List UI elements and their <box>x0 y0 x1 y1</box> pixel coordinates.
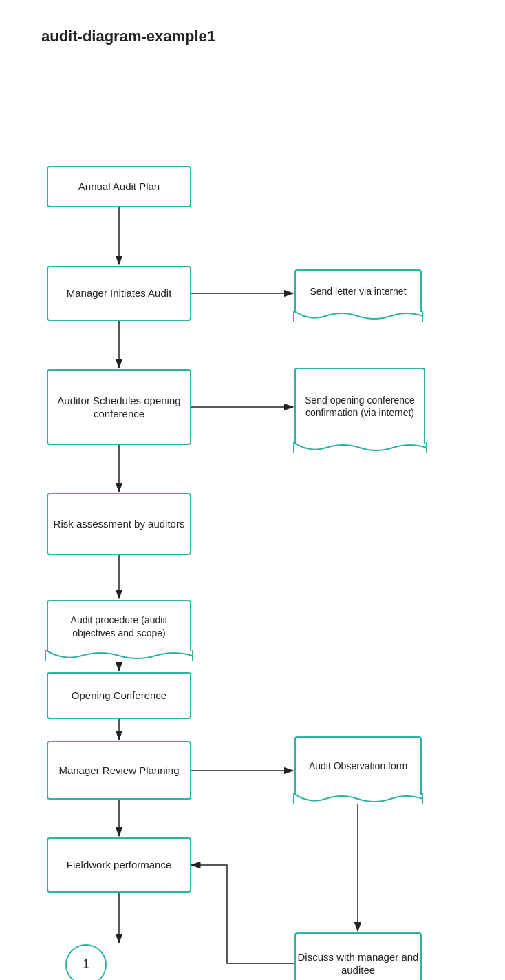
manager-initiates-label: Manager Initiates Audit <box>67 286 172 300</box>
audit-procedure-wavy <box>45 650 193 661</box>
auditor-schedules-node: Auditor Schedules opening conference <box>47 369 191 445</box>
risk-assessment-label: Risk assessment by auditors <box>54 517 185 531</box>
send-letter-node: Send letter via internet <box>294 269 422 312</box>
risk-assessment-node: Risk assessment by auditors <box>47 493 191 555</box>
fieldwork-label: Fieldwork performance <box>67 858 172 872</box>
page-title: audit-diagram-example1 <box>0 0 505 45</box>
audit-procedure-node: Audit procedure (audiit objectives and s… <box>47 600 191 651</box>
manager-initiates-node: Manager Initiates Audit <box>47 266 191 321</box>
audit-procedure-label: Audit procedure (audiit objectives and s… <box>48 614 190 638</box>
discuss-label: Discuss with manager and auditee <box>296 950 420 977</box>
audit-observation-node: Audit Observation form <box>294 736 422 795</box>
audit-observation-label: Audit Observation form <box>309 760 407 772</box>
diagram-container: Annual Audit Plan Manager Initiates Audi… <box>0 59 505 980</box>
circle-1-label: 1 <box>83 957 89 972</box>
send-opening-wavy <box>293 442 427 453</box>
circle-1-node: 1 <box>65 944 107 980</box>
opening-conference-node: Opening Conference <box>47 672 191 719</box>
annual-audit-plan-label: Annual Audit Plan <box>78 180 160 194</box>
manager-review-label: Manager Review Planning <box>58 764 179 778</box>
annual-audit-plan-node: Annual Audit Plan <box>47 166 191 207</box>
fieldwork-node: Fieldwork performance <box>47 837 191 893</box>
send-opening-node: Send opening conference confirmation (vi… <box>294 368 425 444</box>
manager-review-node: Manager Review Planning <box>47 741 191 800</box>
discuss-node: Discuss with manager and auditee <box>294 932 422 980</box>
auditor-schedules-label: Auditor Schedules opening conference <box>48 394 190 421</box>
send-letter-label: Send letter via internet <box>310 285 406 298</box>
send-letter-wavy <box>293 311 423 322</box>
opening-conference-label: Opening Conference <box>72 689 166 702</box>
send-opening-label: Send opening conference confirmation (vi… <box>296 394 424 419</box>
audit-observation-wavy <box>293 793 423 804</box>
